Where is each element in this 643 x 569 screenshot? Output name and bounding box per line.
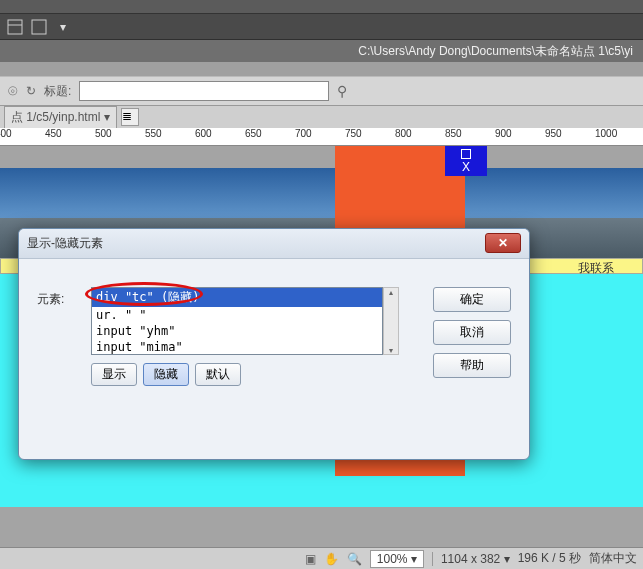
scroll-up-icon[interactable]: ▴	[384, 288, 398, 296]
ruler-tick: 550	[145, 128, 162, 139]
ruler-tick: 700	[295, 128, 312, 139]
property-toolbar: ⦾ ↻ 标题: ⚲	[0, 76, 643, 106]
document-path-bar: C:\Users\Andy Dong\Documents\未命名站点 1\c5\…	[0, 40, 643, 62]
divider	[432, 552, 433, 566]
cancel-button[interactable]: 取消	[433, 320, 511, 345]
app-topstrip	[0, 0, 643, 14]
document-path: C:\Users\Andy Dong\Documents\未命名站点 1\c5\…	[358, 43, 633, 60]
zoom-select[interactable]: 100% ▾	[370, 550, 424, 568]
handle-square-icon	[461, 149, 471, 159]
dropdown-icon[interactable]: ▾	[54, 18, 72, 36]
encoding-label: 简体中文	[589, 550, 637, 567]
zoom-icon[interactable]: 🔍	[347, 552, 362, 566]
list-scrollbar[interactable]: ▴ ▾	[383, 287, 399, 355]
close-handle[interactable]: X	[445, 146, 487, 176]
dialog-title: 显示-隐藏元素	[27, 235, 103, 252]
ruler-tick: 750	[345, 128, 362, 139]
document-tab-row: 点 1/c5/yinp.html ▾ ≣	[0, 106, 643, 128]
action-button-row: 显示 隐藏 默认	[91, 363, 241, 386]
pointer-icon[interactable]: ▣	[305, 552, 316, 566]
ruler-tick: 650	[245, 128, 262, 139]
list-item[interactable]: input "yhm"	[92, 323, 382, 339]
help-button[interactable]: 帮助	[433, 353, 511, 378]
ruler-tick: 900	[495, 128, 512, 139]
horizontal-ruler: 4004505005506006507007508008509009501000	[0, 128, 643, 146]
layout-icon[interactable]	[6, 18, 24, 36]
options-icon[interactable]: ≣	[121, 108, 139, 126]
dialog-close-button[interactable]: ✕	[485, 233, 521, 253]
inspect-icon[interactable]: ⦾	[8, 84, 18, 98]
wand-icon[interactable]: ⚲	[337, 83, 347, 99]
ruler-tick: 500	[95, 128, 112, 139]
svg-rect-0	[8, 20, 22, 34]
svg-rect-2	[32, 20, 46, 34]
element-listbox[interactable]: div "tc" (隐藏) ur. " " input "yhm" input …	[91, 287, 383, 355]
ruler-tick: 800	[395, 128, 412, 139]
sub-toolbar-strip	[0, 62, 643, 76]
list-item[interactable]: input "mima"	[92, 339, 382, 355]
default-button[interactable]: 默认	[195, 363, 241, 386]
ruler-tick: 850	[445, 128, 462, 139]
status-bar: ▣ ✋ 🔍 100% ▾ 1104 x 382 ▾ 196 K / 5 秒 简体…	[0, 547, 643, 569]
dialog-body: 元素: div "tc" (隐藏) ur. " " input "yhm" in…	[19, 259, 529, 459]
nav-contact-label: 我联系	[578, 260, 614, 277]
ruler-tick: 950	[545, 128, 562, 139]
window-icon[interactable]	[30, 18, 48, 36]
ruler-tick: 400	[0, 128, 12, 139]
list-item[interactable]: div "tc" (隐藏)	[92, 288, 382, 307]
show-button[interactable]: 显示	[91, 363, 137, 386]
show-hide-dialog: 显示-隐藏元素 ✕ 元素: div "tc" (隐藏) ur. " " inpu…	[18, 228, 530, 460]
ruler-tick: 450	[45, 128, 62, 139]
size-time-label: 196 K / 5 秒	[518, 550, 581, 567]
ruler-tick: 1000	[595, 128, 617, 139]
close-icon: ✕	[498, 236, 508, 250]
element-label: 元素:	[37, 291, 64, 308]
handle-x-label: X	[462, 160, 470, 174]
title-label: 标题:	[44, 83, 71, 100]
hand-icon[interactable]: ✋	[324, 552, 339, 566]
ok-button[interactable]: 确定	[433, 287, 511, 312]
dimensions-label: 1104 x 382 ▾	[441, 552, 510, 566]
ruler-tick: 600	[195, 128, 212, 139]
dialog-right-buttons: 确定 取消 帮助	[433, 287, 511, 378]
refresh-icon[interactable]: ↻	[26, 84, 36, 98]
dialog-titlebar[interactable]: 显示-隐藏元素 ✕	[19, 229, 529, 259]
document-tab[interactable]: 点 1/c5/yinp.html ▾	[4, 106, 117, 129]
hide-button[interactable]: 隐藏	[143, 363, 189, 386]
title-input[interactable]	[79, 81, 329, 101]
scroll-down-icon[interactable]: ▾	[384, 346, 398, 354]
icon-toolbar: ▾	[0, 14, 643, 40]
list-item[interactable]: ur. " "	[92, 307, 382, 323]
